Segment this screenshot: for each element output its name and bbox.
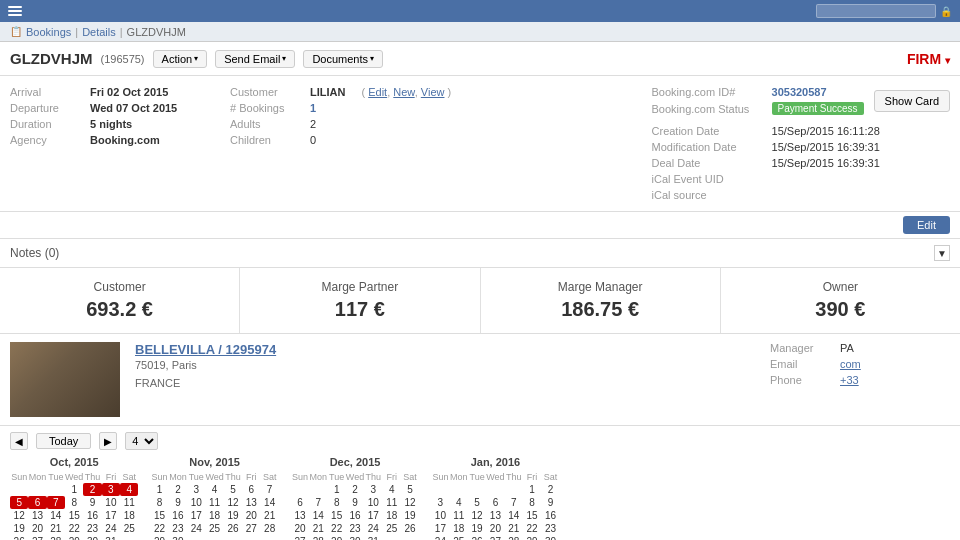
cal-day-29[interactable]: 29 [523, 535, 541, 540]
cal-day-19[interactable]: 19 [224, 509, 242, 522]
cal-day-20[interactable]: 20 [242, 509, 260, 522]
cal-day-20[interactable]: 20 [486, 522, 504, 535]
top-search-input[interactable] [816, 4, 936, 18]
cal-day-17[interactable]: 17 [102, 509, 120, 522]
cal-day-3[interactable]: 3 [187, 483, 205, 496]
cal-day-14[interactable]: 14 [505, 509, 523, 522]
cal-day-10[interactable]: 10 [364, 496, 382, 509]
cal-day-9[interactable]: 9 [541, 496, 559, 509]
cal-day-9[interactable]: 9 [346, 496, 364, 509]
cal-day-25[interactable]: 25 [383, 522, 401, 535]
cal-day-29[interactable]: 29 [150, 535, 168, 540]
cal-day-12[interactable]: 12 [224, 496, 242, 509]
cal-day-25[interactable]: 25 [205, 522, 223, 535]
cal-day-19[interactable]: 19 [468, 522, 486, 535]
cal-day-26[interactable]: 26 [468, 535, 486, 540]
cal-day-30[interactable]: 30 [169, 535, 187, 540]
calendar-count-dropdown[interactable]: 4 3 2 1 [125, 432, 158, 450]
cal-day-3[interactable]: 3 [431, 496, 449, 509]
cal-day-11[interactable]: 11 [450, 509, 468, 522]
cal-day-18[interactable]: 18 [205, 509, 223, 522]
cal-day-27[interactable]: 27 [486, 535, 504, 540]
calendar-next-button[interactable]: ▶ [99, 432, 117, 450]
phone-value[interactable]: +33 [840, 374, 859, 386]
cal-day-29[interactable]: 29 [328, 535, 346, 540]
cal-day-23[interactable]: 23 [169, 522, 187, 535]
cal-day-4[interactable]: 4 [383, 483, 401, 496]
cal-day-30[interactable]: 30 [346, 535, 364, 540]
cal-day-10[interactable]: 10 [102, 496, 120, 509]
cal-day-16[interactable]: 16 [169, 509, 187, 522]
cal-day-28[interactable]: 28 [309, 535, 327, 540]
cal-day-22[interactable]: 22 [523, 522, 541, 535]
edit-button[interactable]: Edit [903, 216, 950, 234]
cal-day-21[interactable]: 21 [260, 509, 278, 522]
cal-day-17[interactable]: 17 [431, 522, 449, 535]
today-button[interactable]: Today [36, 433, 91, 449]
cal-day-12[interactable]: 12 [468, 509, 486, 522]
cal-day-24[interactable]: 24 [187, 522, 205, 535]
cal-day-1[interactable]: 1 [65, 483, 83, 496]
cal-day-26[interactable]: 26 [10, 535, 28, 540]
cal-day-21[interactable]: 21 [47, 522, 65, 535]
cal-day-16[interactable]: 16 [541, 509, 559, 522]
cal-day-3[interactable]: 3 [364, 483, 382, 496]
cal-day-22[interactable]: 22 [65, 522, 83, 535]
cal-day-26[interactable]: 26 [224, 522, 242, 535]
cal-day-1[interactable]: 1 [150, 483, 168, 496]
cal-day-7[interactable]: 7 [47, 496, 65, 509]
documents-button[interactable]: Documents ▾ [303, 50, 383, 68]
cal-day-28[interactable]: 28 [260, 522, 278, 535]
cal-day-8[interactable]: 8 [328, 496, 346, 509]
cal-day-31[interactable]: 31 [102, 535, 120, 540]
action-button[interactable]: Action ▾ [153, 50, 208, 68]
send-email-button[interactable]: Send Email ▾ [215, 50, 295, 68]
cal-day-7[interactable]: 7 [505, 496, 523, 509]
cal-day-23[interactable]: 23 [541, 522, 559, 535]
cal-day-5[interactable]: 5 [224, 483, 242, 496]
cal-day-6[interactable]: 6 [486, 496, 504, 509]
cal-day-1[interactable]: 1 [328, 483, 346, 496]
cal-day-8[interactable]: 8 [523, 496, 541, 509]
cal-day-13[interactable]: 13 [291, 509, 309, 522]
cal-day-21[interactable]: 21 [309, 522, 327, 535]
cal-day-8[interactable]: 8 [65, 496, 83, 509]
cal-day-10[interactable]: 10 [187, 496, 205, 509]
cal-day-23[interactable]: 23 [83, 522, 101, 535]
cal-day-11[interactable]: 11 [120, 496, 138, 509]
cal-day-24[interactable]: 24 [431, 535, 449, 540]
cal-day-13[interactable]: 13 [242, 496, 260, 509]
cal-day-12[interactable]: 12 [401, 496, 419, 509]
breadcrumb-bookings[interactable]: Bookings [26, 26, 71, 38]
cal-day-6[interactable]: 6 [242, 483, 260, 496]
cal-day-9[interactable]: 9 [83, 496, 101, 509]
cal-day-12[interactable]: 12 [10, 509, 28, 522]
cal-day-15[interactable]: 15 [65, 509, 83, 522]
hamburger-menu[interactable] [8, 6, 22, 16]
cal-day-20[interactable]: 20 [291, 522, 309, 535]
cal-day-6[interactable]: 6 [291, 496, 309, 509]
bookingcom-id-value[interactable]: 305320587 [772, 86, 827, 98]
cal-day-27[interactable]: 27 [242, 522, 260, 535]
cal-day-10[interactable]: 10 [431, 509, 449, 522]
cal-day-13[interactable]: 13 [486, 509, 504, 522]
calendar-prev-button[interactable]: ◀ [10, 432, 28, 450]
cal-day-8[interactable]: 8 [150, 496, 168, 509]
cal-day-4[interactable]: 4 [450, 496, 468, 509]
cal-day-2[interactable]: 2 [541, 483, 559, 496]
cal-day-9[interactable]: 9 [169, 496, 187, 509]
cal-day-16[interactable]: 16 [83, 509, 101, 522]
cal-day-5[interactable]: 5 [10, 496, 28, 509]
cal-day-11[interactable]: 11 [205, 496, 223, 509]
cal-day-28[interactable]: 28 [505, 535, 523, 540]
cal-day-19[interactable]: 19 [401, 509, 419, 522]
new-link[interactable]: New [393, 86, 414, 98]
cal-day-4[interactable]: 4 [120, 483, 138, 496]
cal-day-14[interactable]: 14 [47, 509, 65, 522]
cal-day-18[interactable]: 18 [120, 509, 138, 522]
cal-day-7[interactable]: 7 [260, 483, 278, 496]
cal-day-15[interactable]: 15 [328, 509, 346, 522]
cal-day-17[interactable]: 17 [187, 509, 205, 522]
cal-day-14[interactable]: 14 [309, 509, 327, 522]
show-card-button[interactable]: Show Card [874, 90, 950, 112]
